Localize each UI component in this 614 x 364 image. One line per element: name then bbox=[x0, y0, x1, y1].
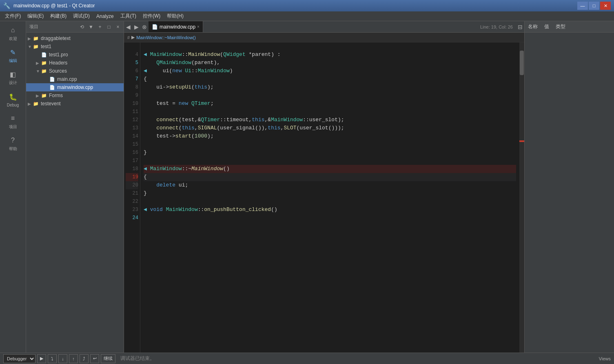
close-button[interactable]: ✕ bbox=[600, 2, 611, 10]
code-area: 4 5 6 7 8 9 10 11 12 13 14 15 16 17 18 1… bbox=[124, 42, 524, 353]
expand-arrow bbox=[44, 77, 49, 82]
expand-arrow: ▼ bbox=[28, 44, 33, 49]
tree-item-label: test1.pro bbox=[49, 52, 68, 58]
menu-item-4[interactable]: Analyze bbox=[93, 13, 117, 20]
line-numbers: 4 5 6 7 8 9 10 11 12 13 14 15 16 17 18 1… bbox=[124, 42, 140, 353]
menu-item-5[interactable]: 工具(T) bbox=[117, 12, 140, 20]
menu-item-1[interactable]: 编辑(E) bbox=[24, 12, 47, 20]
pro-file-icon: 📄 bbox=[41, 51, 47, 58]
scrollbar-thumb[interactable] bbox=[520, 51, 524, 75]
tree-item-maincpp[interactable]: 📄 main.cpp bbox=[26, 75, 124, 83]
sidebar-item-label: 设计 bbox=[9, 80, 17, 86]
breadcrumb-separator: ▶ bbox=[131, 35, 135, 40]
debug-step-into-button[interactable]: ↓ bbox=[58, 354, 67, 363]
sidebar-item-label: 编辑 bbox=[9, 58, 17, 64]
menubar: 文件(F)编辑(E)构建(B)调试(D)Analyze工具(T)控件(W)帮助(… bbox=[0, 11, 614, 21]
maximize-button[interactable]: □ bbox=[589, 2, 599, 10]
main-layout: ⌂ 欢迎 ✎ 编辑 ◧ 设计 🐛 Debug ≡ 项目 ? 帮助 项目 ⟲ ▼ bbox=[0, 21, 614, 353]
menu-item-3[interactable]: 调试(D) bbox=[70, 12, 93, 20]
tree-item-label: Sources bbox=[49, 68, 67, 74]
tree-item-sources[interactable]: ▼ 📁 Sources bbox=[26, 67, 124, 75]
tab-forward-button[interactable]: ▶ bbox=[132, 21, 140, 33]
debugger-status: 调试器已结束。 bbox=[117, 355, 597, 362]
tree-item-test1[interactable]: ▼ 📁 test1 bbox=[26, 42, 124, 51]
sidebar-item-label: 帮助 bbox=[9, 146, 17, 152]
folder-icon: 📁 bbox=[33, 100, 39, 107]
debugger-select[interactable]: Debugger bbox=[3, 354, 35, 363]
sidebar-item-welcome[interactable]: ⌂ 欢迎 bbox=[2, 23, 24, 44]
debug-step-over-button[interactable]: ⤵ bbox=[48, 354, 57, 363]
debug-icon: 🐛 bbox=[8, 92, 18, 102]
sidebar-item-design[interactable]: ◧ 设计 bbox=[2, 67, 24, 88]
left-sidebar: ⌂ 欢迎 ✎ 编辑 ◧ 设计 🐛 Debug ≡ 项目 ? 帮助 bbox=[0, 21, 26, 353]
project-toolbar: 项目 ⟲ ▼ + □ × bbox=[26, 21, 124, 33]
split-button[interactable]: ⊟ bbox=[516, 21, 524, 33]
app-icon: 🔧 bbox=[3, 2, 10, 9]
tab-mainwindowcpp[interactable]: 📄 mainwindow.cpp × bbox=[149, 21, 203, 33]
folder-icon: 📁 bbox=[33, 43, 39, 50]
tab-label: mainwindow.cpp bbox=[160, 24, 195, 30]
cpp-file-icon: 📄 bbox=[49, 84, 55, 91]
sync-button[interactable]: ⟲ bbox=[78, 23, 86, 31]
tree-item-label: Headers bbox=[49, 60, 67, 66]
menu-item-0[interactable]: 文件(F) bbox=[2, 12, 24, 20]
folder-icon: 📁 bbox=[41, 92, 47, 99]
tab-close-all-button[interactable]: ⊗ bbox=[140, 21, 149, 33]
tree-item-testevent[interactable]: ▶ 📁 testevent bbox=[26, 100, 124, 108]
sidebar-item-edit[interactable]: ✎ 编辑 bbox=[2, 45, 24, 66]
help-icon: ? bbox=[8, 135, 18, 145]
window-title: mainwindow.cpp @ test1 - Qt Creator bbox=[13, 3, 577, 9]
editor-position: Line: 19, Col: 26 bbox=[477, 24, 516, 29]
minimize-button[interactable]: — bbox=[577, 2, 588, 10]
editor-breadcrumb: # ▶ MainWindow::~MainWindow() bbox=[124, 33, 524, 42]
tab-back-button[interactable]: ◀ bbox=[124, 21, 132, 33]
project-panel: 项目 ⟲ ▼ + □ × ▶ 📁 draggabletext ▼ 📁 test1 bbox=[26, 21, 124, 353]
edit-icon: ✎ bbox=[8, 47, 18, 57]
debug-jump-button[interactable]: ⤴ bbox=[80, 354, 89, 363]
add-button[interactable]: + bbox=[96, 23, 104, 31]
expand-arrow: ▼ bbox=[36, 69, 41, 73]
breadcrumb-hash: # bbox=[127, 35, 130, 40]
tab-close-button[interactable]: × bbox=[197, 24, 199, 29]
tree-item-label: mainwindow.cpp bbox=[57, 84, 93, 90]
window-button[interactable]: □ bbox=[105, 23, 113, 31]
menu-item-7[interactable]: 帮助(H) bbox=[164, 12, 187, 20]
sidebar-item-label: 项目 bbox=[9, 124, 17, 130]
cpp-file-icon: 📄 bbox=[49, 76, 55, 82]
project-tree: ▶ 📁 draggabletext ▼ 📁 test1 📄 test1.pro … bbox=[26, 33, 124, 353]
tree-item-mainwindowcpp[interactable]: 📄 mainwindow.cpp bbox=[26, 83, 124, 91]
tree-item-label: draggabletext bbox=[41, 36, 71, 41]
tree-item-label: test1 bbox=[41, 44, 51, 49]
tree-item-test1pro[interactable]: 📄 test1.pro bbox=[26, 51, 124, 59]
debug-step-out-button[interactable]: ↑ bbox=[69, 354, 78, 363]
sidebar-item-help[interactable]: ? 帮助 bbox=[2, 133, 24, 154]
code-text[interactable]: ◀ MainWindow::MainWindow(QWidget *parent… bbox=[140, 42, 519, 353]
breadcrumb-function[interactable]: MainWindow::~MainWindow() bbox=[136, 35, 196, 40]
editor-content[interactable]: 4 5 6 7 8 9 10 11 12 13 14 15 16 17 18 1… bbox=[124, 42, 524, 353]
menu-item-6[interactable]: 控件(W) bbox=[140, 12, 164, 20]
debug-return-button[interactable]: ↩ bbox=[90, 354, 99, 363]
home-icon: ⌂ bbox=[8, 25, 18, 35]
debug-run-button[interactable]: ▶ bbox=[37, 354, 46, 363]
tree-item-forms[interactable]: ▶ 📁 Forms bbox=[26, 91, 124, 100]
tree-item-headers[interactable]: ▶ 📁 Headers bbox=[26, 59, 124, 67]
close-panel-button[interactable]: × bbox=[114, 23, 122, 31]
views-button[interactable]: Views bbox=[599, 356, 611, 361]
right-panel-content bbox=[525, 33, 614, 353]
tree-item-label: Forms bbox=[49, 93, 63, 98]
right-col-type: 类型 bbox=[556, 23, 565, 30]
debug-continue-button[interactable]: 继续 bbox=[101, 354, 115, 363]
tree-item-draggabletext[interactable]: ▶ 📁 draggabletext bbox=[26, 34, 124, 42]
tree-item-label: testevent bbox=[41, 101, 61, 107]
right-panel-toolbar: 名称 值 类型 bbox=[525, 21, 614, 33]
tree-item-label: main.cpp bbox=[57, 76, 77, 82]
sidebar-item-project[interactable]: ≡ 项目 bbox=[2, 111, 24, 132]
menu-item-2[interactable]: 构建(B) bbox=[47, 12, 70, 20]
sidebar-item-label: 欢迎 bbox=[9, 36, 17, 42]
sidebar-item-debug[interactable]: 🐛 Debug bbox=[2, 89, 24, 110]
filter-button[interactable]: ▼ bbox=[87, 23, 95, 31]
vertical-scrollbar[interactable] bbox=[519, 42, 524, 353]
expand-arrow bbox=[36, 53, 41, 57]
expand-arrow: ▶ bbox=[36, 61, 41, 65]
expand-arrow: ▶ bbox=[36, 93, 41, 98]
